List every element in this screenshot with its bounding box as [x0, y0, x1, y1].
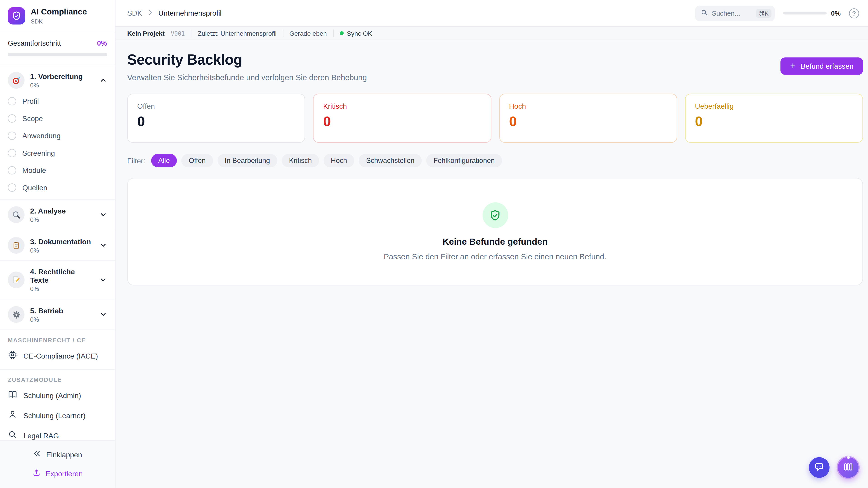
chevron-down-icon: [99, 276, 107, 284]
page-subtitle: Verwalten Sie Sicherheitsbefunde und ver…: [127, 73, 367, 82]
sidebar-nav: 1. Vorbereitung 0% Profil Scope: [0, 65, 115, 441]
phase-percent: 0%: [30, 216, 94, 223]
keyboard-shortcut-badge: ⌘K: [756, 8, 771, 18]
stat-value: 0: [323, 113, 481, 129]
sidebar-item-scope[interactable]: Scope: [0, 110, 115, 127]
screen: AI Compliance SDK Gesamtfortschritt 0%: [0, 0, 868, 488]
sync-label: Sync OK: [347, 30, 372, 37]
sidebar-item-schulung-admin[interactable]: Schulung (Admin): [8, 385, 107, 405]
app-logo-block: AI Compliance SDK: [0, 0, 115, 32]
radio-circle-icon: [8, 114, 16, 123]
app-title: AI Compliance: [31, 7, 87, 17]
sub-item-label: Quellen: [22, 184, 48, 192]
sidebar-item-rechtliche-texte[interactable]: 4. Rechtliche Texte 0%: [0, 264, 115, 296]
clipboard-icon: [8, 237, 25, 254]
sidebar-item-vorbereitung[interactable]: 1. Vorbereitung 0%: [0, 68, 115, 93]
chip-icon: [8, 350, 18, 361]
sidebar-item-dokumentation[interactable]: 3. Dokumentation 0%: [0, 233, 115, 258]
module-item-label: Schulung (Admin): [24, 391, 81, 399]
breadcrumb-root[interactable]: SDK: [127, 9, 142, 17]
filter-chip-hoch[interactable]: Hoch: [323, 154, 354, 167]
plus-icon: +: [790, 61, 796, 70]
chevron-up-icon: [99, 76, 107, 84]
sidebar-item-ce-compliance[interactable]: CE-Compliance (IACE): [8, 346, 107, 366]
sidebar-item-schulung-learner[interactable]: Schulung (Learner): [8, 405, 107, 425]
main-content: Security Backlog Verwalten Sie Sicherhei…: [116, 40, 868, 488]
search-icon: [8, 430, 18, 441]
header-progress: 0%: [783, 9, 841, 17]
magnifier-icon: [8, 206, 25, 223]
page-title: Security Backlog: [127, 51, 367, 69]
gear-icon: [8, 306, 25, 323]
statusbar: Kein Projekt V001 Zuletzt: Unternehmensp…: [116, 27, 868, 40]
notification-dot-icon: [847, 456, 849, 459]
columns-icon: [843, 461, 854, 474]
stat-label: Offen: [137, 102, 295, 110]
empty-state-card: Keine Befunde gefunden Passen Sie den Fi…: [127, 178, 863, 285]
header-progress-bar: [783, 12, 827, 14]
divider: [283, 30, 283, 37]
stat-label: Hoch: [509, 102, 667, 110]
topbar-right: ⌘K 0% ?: [695, 5, 859, 21]
double-chevron-left-icon: [33, 449, 41, 459]
add-finding-button[interactable]: + Befund erfassen: [780, 57, 863, 75]
sync-ok-dot-icon: [340, 31, 343, 35]
open-book-icon: [8, 390, 18, 401]
phase-percent: 0%: [30, 286, 94, 292]
sidebar-item-module[interactable]: Module: [0, 162, 115, 179]
search-input[interactable]: [712, 9, 752, 17]
sub-item-label: Anwendung: [22, 131, 61, 140]
section-title: MASCHINENRECHT / CE: [8, 334, 107, 346]
filter-chip-alle[interactable]: Alle: [151, 154, 177, 167]
collapse-label: Einklappen: [46, 450, 82, 459]
phase-group-dokumentation: 3. Dokumentation 0%: [0, 230, 115, 261]
search-box[interactable]: ⌘K: [695, 5, 775, 21]
sidebar-item-profil[interactable]: Profil: [0, 93, 115, 110]
version-badge: V001: [170, 30, 185, 37]
stat-value: 0: [695, 113, 853, 129]
stat-card-ueberfaellig: Ueberfaellig 0: [685, 94, 863, 143]
help-button[interactable]: ?: [849, 8, 859, 18]
sidebar-item-screening[interactable]: Screening: [0, 144, 115, 162]
stat-label: Ueberfaellig: [695, 102, 853, 110]
breadcrumb-current: Unternehmensprofil: [158, 9, 221, 17]
export-button[interactable]: Exportieren: [27, 464, 88, 482]
filter-chip-schwachstellen[interactable]: Schwachstellen: [359, 154, 422, 167]
sidebar-item-legal-rag[interactable]: Legal RAG: [8, 425, 107, 441]
phase-group-vorbereitung: 1. Vorbereitung 0% Profil Scope: [0, 65, 115, 200]
sub-item-label: Module: [22, 166, 46, 174]
last-saved-time: Gerade eben: [289, 30, 327, 37]
target-icon: [8, 72, 25, 89]
module-item-label: Schulung (Learner): [24, 411, 86, 420]
phase-label: 5. Betrieb: [30, 306, 94, 315]
sidebar-item-analyse[interactable]: 2. Analyse 0%: [0, 202, 115, 227]
stat-value: 0: [509, 113, 667, 129]
section-zusatzmodule: ZUSATZMODULE Schulung (Admin): [0, 369, 115, 440]
sync-status: Sync OK: [340, 30, 372, 37]
memo-pencil-icon: [8, 271, 25, 288]
module-item-label: Legal RAG: [24, 431, 59, 440]
sidebar-item-quellen[interactable]: Quellen: [0, 179, 115, 196]
sidebar-item-betrieb[interactable]: 5. Betrieb 0%: [0, 302, 115, 327]
sidebar-item-anwendung[interactable]: Anwendung: [0, 127, 115, 144]
empty-state-title: Keine Befunde gefunden: [442, 237, 548, 247]
filter-label: Filter:: [127, 156, 145, 165]
filter-chip-in-bearbeitung[interactable]: In Bearbeitung: [217, 154, 277, 167]
radio-circle-icon: [8, 166, 16, 174]
last-edited: Zuletzt: Unternehmensprofil: [198, 30, 277, 37]
phase-percent: 0%: [30, 316, 94, 323]
filter-chip-offen[interactable]: Offen: [182, 154, 213, 167]
shield-check-logo-icon: [8, 7, 25, 25]
filter-chip-fehlkonfigurationen[interactable]: Fehlkonfigurationen: [426, 154, 502, 167]
board-view-button[interactable]: [837, 456, 860, 479]
phase-label: 3. Dokumentation: [30, 237, 94, 246]
filter-chip-kritisch[interactable]: Kritisch: [282, 154, 319, 167]
stat-label: Kritisch: [323, 102, 481, 110]
stat-card-offen: Offen 0: [127, 94, 305, 143]
chat-button[interactable]: [809, 457, 829, 478]
sidebar-footer: Einklappen Exportieren: [0, 441, 115, 488]
add-finding-label: Befund erfassen: [801, 62, 854, 70]
collapse-sidebar-button[interactable]: Einklappen: [27, 446, 88, 463]
overall-progress-value: 0%: [97, 39, 107, 47]
chevron-down-icon: [99, 311, 107, 319]
